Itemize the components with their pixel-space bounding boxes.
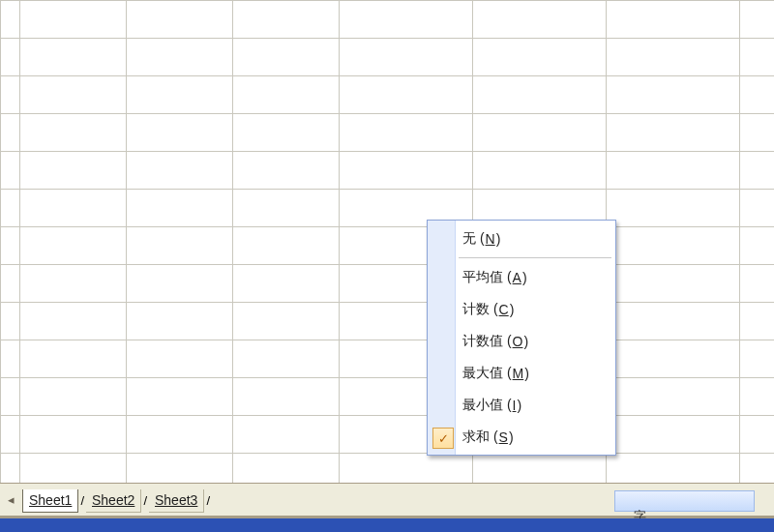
- cell[interactable]: [740, 190, 775, 227]
- cell[interactable]: [340, 114, 473, 152]
- sheet-tab-sheet2[interactable]: Sheet2: [86, 489, 141, 513]
- cell[interactable]: [740, 39, 775, 76]
- cell[interactable]: [740, 416, 775, 454]
- cell[interactable]: [233, 114, 340, 152]
- cell[interactable]: [740, 76, 775, 114]
- cell[interactable]: [127, 340, 233, 378]
- cells-table[interactable]: [0, 0, 774, 491]
- cell[interactable]: [607, 114, 740, 152]
- cell[interactable]: [20, 378, 127, 416]
- cell[interactable]: [233, 265, 340, 303]
- cell[interactable]: [607, 378, 740, 416]
- cell[interactable]: [340, 1, 473, 39]
- menu-item-i[interactable]: 最小值 (I): [430, 389, 613, 421]
- cell[interactable]: [233, 416, 340, 454]
- cell[interactable]: [20, 114, 127, 152]
- cell[interactable]: [233, 152, 340, 190]
- cell[interactable]: [1, 152, 20, 190]
- spreadsheet-grid[interactable]: [0, 0, 774, 483]
- cell[interactable]: [607, 303, 740, 340]
- cell[interactable]: [740, 265, 775, 303]
- cell[interactable]: [740, 378, 775, 416]
- cell[interactable]: [1, 227, 20, 265]
- cell[interactable]: [127, 114, 233, 152]
- cell[interactable]: [473, 1, 607, 39]
- cell[interactable]: [1, 114, 20, 152]
- window-bottom-border: [0, 518, 774, 532]
- cell[interactable]: [20, 265, 127, 303]
- cell[interactable]: [340, 39, 473, 76]
- cell[interactable]: [473, 76, 607, 114]
- menu-item-c[interactable]: 计数 (C): [430, 293, 613, 325]
- cell[interactable]: [1, 190, 20, 227]
- cell[interactable]: [740, 340, 775, 378]
- cell[interactable]: [607, 39, 740, 76]
- cell[interactable]: [607, 265, 740, 303]
- cell[interactable]: [20, 39, 127, 76]
- cell[interactable]: [1, 1, 20, 39]
- cell[interactable]: [20, 1, 127, 39]
- cell[interactable]: [127, 265, 233, 303]
- cell[interactable]: [20, 416, 127, 454]
- cell[interactable]: [127, 416, 233, 454]
- menu-item-label: 平均值 (: [462, 269, 512, 286]
- cell[interactable]: [127, 1, 233, 39]
- menu-item-o[interactable]: 计数值 (O): [430, 325, 613, 357]
- cell[interactable]: [1, 39, 20, 76]
- cell[interactable]: [20, 303, 127, 340]
- cell[interactable]: [340, 76, 473, 114]
- cell[interactable]: [20, 340, 127, 378]
- tab-nav-prev-icon[interactable]: ◂: [0, 492, 22, 507]
- cell[interactable]: [607, 416, 740, 454]
- cell[interactable]: [233, 76, 340, 114]
- cell[interactable]: [607, 152, 740, 190]
- cell[interactable]: [607, 190, 740, 227]
- cell[interactable]: [340, 152, 473, 190]
- cell[interactable]: [607, 76, 740, 114]
- cell[interactable]: [127, 39, 233, 76]
- cell[interactable]: [233, 190, 340, 227]
- menu-item-label: 最小值 (: [462, 397, 512, 414]
- cell[interactable]: [127, 76, 233, 114]
- cell[interactable]: [233, 378, 340, 416]
- cell[interactable]: [20, 76, 127, 114]
- cell[interactable]: [233, 340, 340, 378]
- menu-item-label: 求和 (: [462, 429, 498, 446]
- cell[interactable]: [127, 378, 233, 416]
- cell[interactable]: [127, 303, 233, 340]
- cell[interactable]: [740, 152, 775, 190]
- cell[interactable]: [1, 416, 20, 454]
- cell[interactable]: [607, 1, 740, 39]
- cell[interactable]: [127, 227, 233, 265]
- cell[interactable]: [740, 1, 775, 39]
- menu-item-a[interactable]: 平均值 (A): [430, 261, 613, 293]
- cell[interactable]: [1, 265, 20, 303]
- cell[interactable]: [233, 1, 340, 39]
- cell[interactable]: [473, 39, 607, 76]
- sheet-tab-sheet3[interactable]: Sheet3: [149, 489, 204, 513]
- cell[interactable]: [740, 303, 775, 340]
- menu-item-n[interactable]: 无 (N): [430, 222, 613, 254]
- menu-item-s[interactable]: ✓求和 (S): [430, 421, 613, 453]
- cell[interactable]: [1, 303, 20, 340]
- sheet-tab-sheet1[interactable]: Sheet1: [22, 489, 78, 513]
- cell[interactable]: [473, 152, 607, 190]
- cell[interactable]: [20, 227, 127, 265]
- cell[interactable]: [473, 114, 607, 152]
- cell[interactable]: [740, 114, 775, 152]
- menu-item-m[interactable]: 最大值 (M): [430, 357, 613, 389]
- cell[interactable]: [20, 152, 127, 190]
- cell[interactable]: [233, 39, 340, 76]
- cell[interactable]: [127, 152, 233, 190]
- cell[interactable]: [740, 227, 775, 265]
- cell[interactable]: [233, 227, 340, 265]
- cell[interactable]: [233, 303, 340, 340]
- cell[interactable]: [1, 378, 20, 416]
- cell[interactable]: [607, 340, 740, 378]
- cell[interactable]: [607, 227, 740, 265]
- cell[interactable]: [127, 190, 233, 227]
- cell[interactable]: [1, 340, 20, 378]
- cell[interactable]: [20, 190, 127, 227]
- cell[interactable]: [1, 76, 20, 114]
- tab-divider: /: [78, 493, 86, 508]
